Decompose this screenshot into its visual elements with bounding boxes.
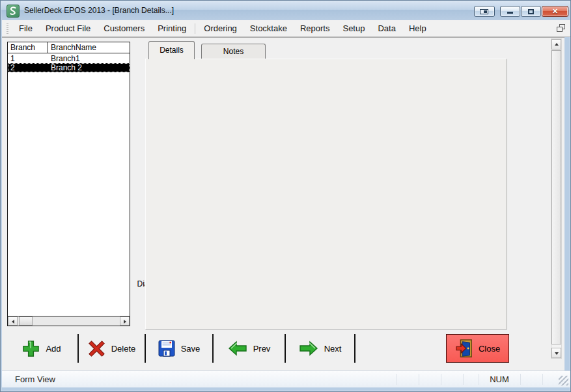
statusbar-divider bbox=[441, 374, 441, 385]
toolbar-separator bbox=[354, 334, 355, 363]
close-window-button[interactable]: ✕ bbox=[542, 6, 568, 17]
add-label: Add bbox=[46, 344, 61, 354]
save-label: Save bbox=[181, 344, 201, 354]
menu-bar: File Product File Customers Printing Ord… bbox=[2, 20, 570, 37]
statusbar-divider bbox=[397, 374, 397, 385]
minimize-button[interactable] bbox=[500, 6, 520, 17]
prev-button[interactable]: Prev bbox=[215, 333, 283, 363]
menu-data[interactable]: Data bbox=[371, 21, 402, 36]
maximize-icon bbox=[528, 9, 534, 14]
column-branch: Branch bbox=[10, 43, 35, 52]
resize-grip[interactable] bbox=[559, 376, 568, 385]
list-item-branch2-selected[interactable]: 2 Branch 2 bbox=[8, 63, 130, 72]
cell-branch: 2 bbox=[10, 63, 15, 72]
arrow-right-icon bbox=[299, 341, 318, 356]
vertical-scrollbar[interactable] bbox=[551, 38, 562, 359]
toolbar-separator bbox=[285, 334, 286, 363]
menu-printing[interactable]: Printing bbox=[151, 21, 193, 36]
menu-help[interactable]: Help bbox=[402, 21, 433, 36]
cell-branch: 1 bbox=[10, 54, 15, 63]
app-logo-icon bbox=[7, 5, 20, 18]
toolbar-separator bbox=[212, 334, 214, 363]
menu-setup[interactable]: Setup bbox=[336, 21, 371, 36]
float-window-button[interactable] bbox=[474, 6, 495, 17]
save-button[interactable]: Save bbox=[147, 333, 211, 363]
cell-branchname: Branch 2 bbox=[51, 63, 82, 72]
maximize-button[interactable] bbox=[521, 6, 541, 17]
scroll-up-button[interactable] bbox=[551, 39, 561, 49]
toolbar-separator bbox=[145, 334, 146, 363]
statusbar-divider bbox=[520, 374, 521, 385]
statusbar-divider bbox=[463, 374, 464, 385]
minimize-icon bbox=[507, 12, 513, 14]
right-arrow-icon bbox=[124, 320, 126, 324]
branch-list-header[interactable]: Branch BranchName bbox=[8, 42, 130, 53]
scroll-down-button[interactable] bbox=[551, 348, 561, 358]
delete-button[interactable]: Delete bbox=[80, 333, 143, 363]
tab-notes[interactable]: Notes bbox=[201, 44, 266, 59]
add-button[interactable]: Add bbox=[7, 333, 76, 363]
menu-separator bbox=[195, 23, 195, 34]
close-icon: ✕ bbox=[542, 7, 568, 16]
close-label: Close bbox=[479, 344, 500, 354]
menu-product-file[interactable]: Product File bbox=[39, 21, 97, 36]
plus-icon bbox=[22, 340, 40, 357]
down-arrow-icon bbox=[555, 352, 559, 355]
window-title: SellerDeck EPOS 2013 - [Branch Details..… bbox=[24, 6, 174, 15]
status-text: Form View bbox=[15, 374, 55, 384]
statusbar-divider bbox=[479, 374, 479, 385]
menu-file[interactable]: File bbox=[12, 21, 39, 36]
red-x-icon bbox=[88, 341, 105, 357]
toolbar-separator bbox=[77, 334, 79, 363]
menu-stocktake[interactable]: Stocktake bbox=[244, 21, 294, 36]
list-item-branch1[interactable]: 1 Branch1 bbox=[8, 54, 130, 63]
close-form-button[interactable]: Close bbox=[446, 334, 509, 363]
delete-label: Delete bbox=[111, 344, 136, 354]
next-label: Next bbox=[324, 344, 342, 354]
statusbar-divider bbox=[542, 374, 543, 385]
menu-customers[interactable]: Customers bbox=[97, 21, 151, 36]
floppy-disk-icon bbox=[158, 340, 175, 357]
arrow-left-icon bbox=[228, 341, 247, 356]
details-tab-panel bbox=[145, 59, 507, 329]
column-branchname: BranchName bbox=[51, 43, 96, 52]
tab-details[interactable]: Details bbox=[148, 41, 195, 59]
num-lock-indicator: NUM bbox=[481, 374, 518, 384]
left-arrow-icon bbox=[12, 320, 14, 324]
window-glyph-icon bbox=[480, 9, 488, 14]
menu-grip[interactable] bbox=[7, 23, 8, 34]
status-bar: Form View NUM bbox=[2, 371, 570, 387]
scroll-thumb[interactable] bbox=[19, 316, 33, 326]
exit-door-icon bbox=[455, 339, 473, 358]
app-window: SellerDeck EPOS 2013 - [Branch Details..… bbox=[0, 0, 571, 392]
cell-branchname: Branch1 bbox=[51, 54, 80, 63]
title-bar[interactable]: SellerDeck EPOS 2013 - [Branch Details..… bbox=[1, 1, 570, 20]
menu-ordering[interactable]: Ordering bbox=[197, 21, 244, 36]
scroll-left-button[interactable] bbox=[8, 316, 18, 326]
next-button[interactable]: Next bbox=[287, 333, 353, 363]
scroll-thumb[interactable] bbox=[551, 50, 561, 344]
mdi-restore-icon[interactable] bbox=[557, 24, 565, 32]
menu-reports[interactable]: Reports bbox=[294, 21, 337, 36]
column-separator bbox=[48, 42, 48, 53]
statusbar-divider bbox=[419, 374, 419, 385]
prev-label: Prev bbox=[253, 344, 271, 354]
up-arrow-icon bbox=[555, 43, 559, 46]
